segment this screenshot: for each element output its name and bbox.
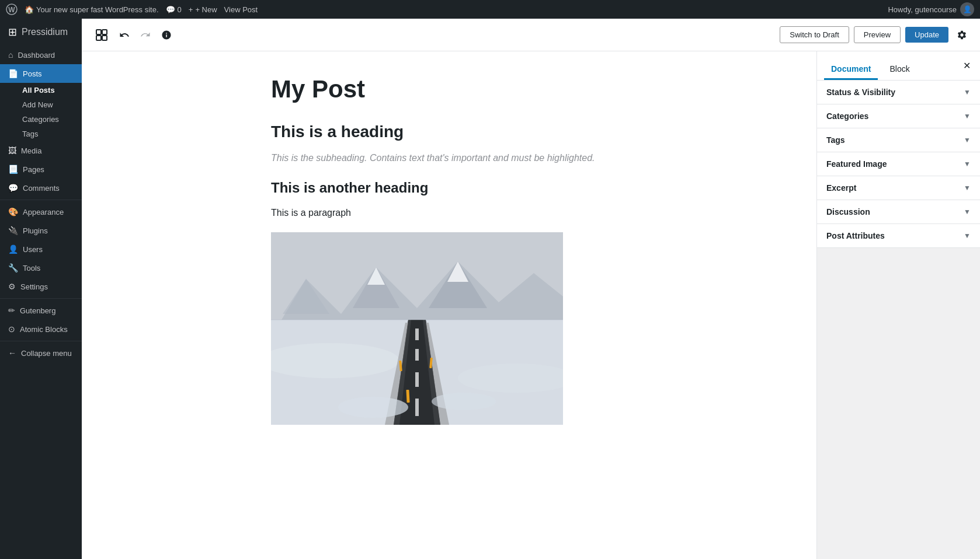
panel-empty-space <box>817 248 980 423</box>
sidebar-divider-3 <box>0 341 82 341</box>
sidebar-label-gutenberg: Gutenberg <box>20 306 55 315</box>
editor-document: My Post This is a heading This is the su… <box>259 75 639 425</box>
sidebar: ⊞ Pressidium ⌂ Dashboard 📄 Posts All Pos… <box>0 19 82 559</box>
sidebar-item-collapse[interactable]: ← Collapse menu <box>0 344 82 362</box>
site-name-link[interactable]: 🏠 Your new super fast WordPress site. <box>25 5 159 14</box>
sidebar-item-dashboard[interactable]: ⌂ Dashboard <box>0 46 82 64</box>
info-button[interactable] <box>158 26 175 44</box>
redo-button[interactable] <box>137 26 154 44</box>
tools-icon: 🔧 <box>8 263 18 272</box>
site-name: Your new super fast WordPress site. <box>36 5 159 14</box>
view-post-link[interactable]: View Post <box>224 5 258 14</box>
sidebar-label-atomic-blocks: Atomic Blocks <box>20 325 68 334</box>
svg-rect-14 <box>415 372 419 387</box>
appearance-icon: 🎨 <box>8 207 18 216</box>
image-block[interactable] <box>271 232 563 425</box>
howdy-text: Howdy, gutencourse <box>888 5 957 14</box>
preview-button[interactable]: Preview <box>854 26 901 43</box>
comments-menu-icon: 💬 <box>8 183 18 193</box>
panel-section-categories-label: Categories <box>826 111 868 121</box>
sidebar-item-posts[interactable]: 📄 Posts <box>0 64 82 83</box>
sidebar-item-tags[interactable]: Tags <box>16 127 82 141</box>
sidebar-item-pages[interactable]: 📃 Pages <box>0 160 82 179</box>
undo-icon <box>119 30 130 40</box>
chevron-down-icon-attributes: ▼ <box>964 232 971 240</box>
subheading-block[interactable]: This is the subheading. Contains text th… <box>271 151 627 166</box>
sidebar-item-comments[interactable]: 💬 Comments <box>0 179 82 197</box>
panel-close-button[interactable]: ✕ <box>961 58 973 74</box>
sidebar-item-gutenberg[interactable]: ✏ Gutenberg <box>0 301 82 320</box>
wp-logo-link[interactable]: W <box>6 4 18 15</box>
sidebar-label-tools: Tools <box>23 264 40 272</box>
chevron-down-icon-excerpt: ▼ <box>964 184 971 192</box>
comments-icon: 💬 <box>166 5 175 14</box>
sidebar-item-appearance[interactable]: 🎨 Appearance <box>0 202 82 221</box>
heading-block-1[interactable]: This is a heading <box>271 123 627 141</box>
panel-section-tags: Tags ▼ <box>817 128 980 152</box>
plugins-icon: 🔌 <box>8 226 18 235</box>
chevron-down-icon-categories: ▼ <box>964 112 971 120</box>
tab-block[interactable]: Block <box>882 60 916 80</box>
editor-area: Switch to Draft Preview Update My Post T… <box>82 19 980 559</box>
post-title[interactable]: My Post <box>271 75 627 104</box>
user-avatar[interactable]: 👤 <box>960 2 974 16</box>
sidebar-item-all-posts[interactable]: All Posts <box>16 83 82 97</box>
add-block-button[interactable] <box>91 25 112 46</box>
sidebar-item-categories[interactable]: Categories <box>16 112 82 127</box>
panel-section-post-attributes: Post Attributes ▼ <box>817 224 980 248</box>
settings-panel-button[interactable] <box>953 26 971 44</box>
pages-icon: 📃 <box>8 165 18 174</box>
brand-name: Pressidium <box>22 27 68 37</box>
svg-point-24 <box>432 393 496 410</box>
panel-section-tags-header[interactable]: Tags ▼ <box>817 128 980 152</box>
new-content-link[interactable]: + + New <box>189 5 217 14</box>
sidebar-label-collapse: Collapse menu <box>21 349 72 358</box>
sidebar-label-media: Media <box>21 146 41 155</box>
panel-section-categories-header[interactable]: Categories ▼ <box>817 104 980 128</box>
panel-section-featured-image-header[interactable]: Featured Image ▼ <box>817 152 980 176</box>
comments-link[interactable]: 💬 0 <box>166 5 182 14</box>
chevron-down-icon: ▼ <box>964 88 971 96</box>
sidebar-item-plugins[interactable]: 🔌 Plugins <box>0 221 82 240</box>
wp-logo-icon: W <box>6 4 18 15</box>
sidebar-item-atomic-blocks[interactable]: ⊙ Atomic Blocks <box>0 320 82 338</box>
paragraph-block[interactable]: This is a paragraph <box>271 205 627 221</box>
panel-section-post-attributes-header[interactable]: Post Attributes ▼ <box>817 224 980 247</box>
panel-section-discussion-header[interactable]: Discussion ▼ <box>817 200 980 223</box>
panel-section-excerpt-label: Excerpt <box>826 183 856 193</box>
comments-count: 0 <box>178 5 182 14</box>
settings-icon: ⚙ <box>8 282 16 291</box>
sidebar-brand[interactable]: ⊞ Pressidium <box>0 19 82 46</box>
editor-scroll-area[interactable]: My Post This is a heading This is the su… <box>82 51 816 559</box>
sidebar-label-appearance: Appearance <box>23 208 64 216</box>
update-button[interactable]: Update <box>905 27 948 43</box>
heading-block-2[interactable]: This is another heading <box>271 180 627 196</box>
chevron-down-icon-tags: ▼ <box>964 136 971 144</box>
sidebar-item-media[interactable]: 🖼 Media <box>0 141 82 160</box>
sidebar-item-users[interactable]: 👤 Users <box>0 240 82 258</box>
sidebar-item-add-new[interactable]: Add New <box>16 97 82 112</box>
panel-section-featured-image-label: Featured Image <box>826 159 887 169</box>
tab-document[interactable]: Document <box>824 60 878 80</box>
atomic-blocks-icon: ⊙ <box>8 324 15 334</box>
sidebar-item-tools[interactable]: 🔧 Tools <box>0 258 82 277</box>
svg-text:W: W <box>8 6 15 14</box>
add-block-icon <box>95 28 109 42</box>
gutenberg-icon: ✏ <box>8 306 15 315</box>
svg-rect-5 <box>102 36 107 40</box>
new-label: + New <box>195 5 217 14</box>
sidebar-divider-1 <box>0 200 82 200</box>
panel-content: Status & Visibility ▼ Categories ▼ Tags <box>817 81 980 559</box>
panel-section-excerpt-header[interactable]: Excerpt ▼ <box>817 176 980 200</box>
panel-section-status: Status & Visibility ▼ <box>817 81 980 104</box>
switch-draft-button[interactable]: Switch to Draft <box>780 26 849 43</box>
svg-rect-15 <box>415 399 419 416</box>
editor-toolbar: Switch to Draft Preview Update <box>82 19 980 51</box>
panel-section-excerpt: Excerpt ▼ <box>817 176 980 200</box>
sidebar-label-dashboard: Dashboard <box>18 51 55 60</box>
panel-section-status-header[interactable]: Status & Visibility ▼ <box>817 81 980 104</box>
sidebar-item-settings[interactable]: ⚙ Settings <box>0 277 82 296</box>
sidebar-label-pages: Pages <box>23 165 44 174</box>
panel-section-categories: Categories ▼ <box>817 104 980 128</box>
undo-button[interactable] <box>116 26 133 44</box>
